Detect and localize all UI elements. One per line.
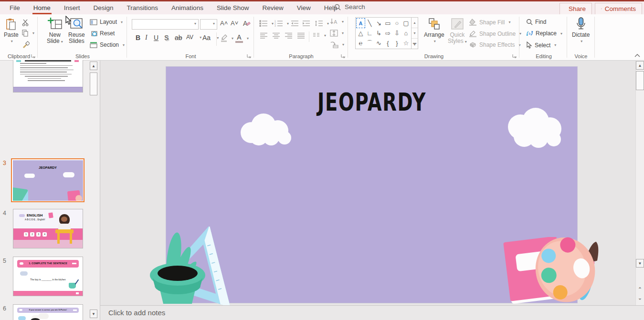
convert-to-smartart-button[interactable] — [330, 41, 344, 48]
thumbnail-slide-6[interactable]: If your answer is correct, you win 10 Po… — [13, 304, 83, 320]
tab-transitions[interactable]: Transitions — [120, 1, 165, 14]
tab-home[interactable]: Home — [27, 1, 57, 14]
strikethrough-button[interactable]: ab — [172, 33, 185, 42]
tab-animations[interactable]: Animations — [165, 1, 210, 14]
thumbnail-slide-2[interactable] — [13, 60, 83, 93]
shape-fill-button[interactable]: Shape Fill — [469, 19, 510, 26]
increase-indent-button[interactable] — [302, 20, 310, 27]
thumbnail-slide-4[interactable]: ENGLISH A-B-C-D-E... English! 1 2 3 4 — [13, 209, 83, 248]
shape-scribble[interactable]: ℮ — [356, 38, 365, 48]
quick-styles-button[interactable]: Quick Styles — [448, 18, 467, 45]
arrange-button[interactable]: Arrange — [424, 18, 444, 44]
paragraph-dialog-launcher-icon[interactable] — [340, 53, 345, 58]
text-direction-button[interactable]: A — [330, 18, 344, 25]
bullets-button[interactable] — [259, 20, 274, 27]
align-center-button[interactable] — [273, 32, 280, 39]
replace-button[interactable]: b Replace — [526, 30, 562, 37]
shape-textbox[interactable]: A — [356, 18, 365, 28]
main-scrollbar-thumb[interactable] — [636, 71, 644, 90]
shape-right-brace[interactable]: } — [392, 38, 401, 48]
font-name-combo[interactable] — [132, 19, 199, 30]
thumbnail-scrollbar-thumb[interactable] — [90, 72, 97, 95]
align-text-button[interactable] — [330, 30, 344, 37]
gallery-scroll-down-button[interactable]: ▼ — [412, 28, 418, 39]
copy-button[interactable] — [22, 30, 34, 37]
shape-outline-button[interactable]: Shape Outline — [469, 30, 521, 37]
cloud-right[interactable] — [504, 107, 564, 151]
shape-elbow-arrow-connector[interactable]: ↳ — [374, 28, 383, 38]
character-spacing-button[interactable]: AV — [184, 33, 201, 41]
next-slide-button[interactable]: ⏷ — [636, 295, 644, 304]
shape-left-brace[interactable]: { — [383, 38, 392, 48]
main-scroll-up-button[interactable]: ▲ — [636, 61, 644, 70]
gallery-scroll-up-button[interactable]: ▲ — [412, 18, 418, 28]
section-button[interactable]: Section — [90, 41, 125, 48]
bold-button[interactable]: B — [133, 33, 143, 42]
tab-slideshow[interactable]: Slide Show — [210, 1, 256, 14]
shape-star[interactable]: ☆ — [401, 38, 411, 48]
font-size-combo[interactable] — [200, 19, 217, 30]
gallery-more-button[interactable]: ▬▼ — [412, 39, 418, 49]
shape-curve[interactable]: ∿ — [374, 38, 383, 48]
italic-button[interactable]: I — [143, 33, 150, 42]
cloud-left[interactable] — [238, 113, 294, 146]
clear-formatting-button[interactable]: A — [243, 20, 251, 27]
shape-elbow-connector[interactable]: ∟ — [365, 28, 374, 38]
align-right-button[interactable] — [285, 32, 293, 39]
increase-font-size-button[interactable]: A˄ — [220, 20, 228, 27]
main-scroll-down-button[interactable]: ▼ — [636, 259, 644, 268]
font-dialog-launcher-icon[interactable] — [246, 53, 251, 58]
dictate-button[interactable]: Dictate — [572, 17, 590, 44]
select-button[interactable]: Select — [526, 41, 556, 49]
decrease-indent-button[interactable] — [291, 20, 299, 27]
font-color-button[interactable]: A — [235, 33, 249, 43]
collapse-ribbon-icon[interactable] — [634, 53, 640, 57]
shape-arc[interactable]: ⌒ — [365, 38, 374, 48]
previous-slide-button[interactable]: ⏶ — [636, 284, 644, 292]
slide-title-textbox[interactable]: JEOPARDY — [317, 88, 426, 116]
new-slide-button[interactable]: New Slide — [47, 17, 63, 45]
underline-button[interactable]: U — [151, 33, 161, 42]
decrease-font-size-button[interactable]: A˅ — [231, 20, 238, 27]
shape-snip-rectangle[interactable]: ⌂ — [401, 28, 411, 38]
columns-button[interactable] — [313, 32, 326, 39]
find-button[interactable]: Find — [526, 19, 546, 25]
reset-button[interactable]: Reset — [90, 30, 115, 37]
shape-rounded-rectangle[interactable]: ▢ — [401, 18, 411, 28]
thumbnail-scroll-down-button[interactable]: ▼ — [90, 310, 97, 318]
search-box[interactable]: Search — [334, 3, 365, 10]
thumbnail-slide-5[interactable]: 1. COMPLETE THE SENTENCE The boy is ____… — [13, 257, 83, 296]
thumbnail-scroll-up-button[interactable]: ▲ — [90, 62, 97, 70]
tab-design[interactable]: Design — [87, 1, 120, 14]
tab-insert[interactable]: Insert — [57, 1, 87, 14]
drawing-dialog-launcher-icon[interactable] — [512, 53, 517, 58]
text-shadow-button[interactable]: S — [162, 33, 171, 42]
shape-line[interactable]: ╲ — [365, 18, 374, 28]
shape-right-arrow[interactable]: ⇨ — [383, 28, 392, 38]
shape-rectangle[interactable]: ▭ — [383, 18, 392, 28]
justify-button[interactable] — [297, 32, 305, 39]
format-painter-button[interactable] — [22, 41, 30, 48]
shape-down-arrow[interactable]: ⇩ — [392, 28, 401, 38]
tab-view[interactable]: View — [290, 1, 317, 14]
shape-arrow[interactable]: ↘ — [374, 18, 383, 28]
shape-effects-button[interactable]: Shape Effects — [469, 41, 521, 48]
tab-review[interactable]: Review — [255, 1, 290, 14]
notes-pane[interactable]: Click to add notes — [100, 305, 644, 320]
tab-file[interactable]: File — [3, 1, 27, 14]
share-button[interactable]: Share — [560, 3, 592, 15]
layout-button[interactable]: Layout — [90, 19, 123, 25]
plant-pot-illustration[interactable] — [144, 227, 211, 305]
cut-button[interactable] — [22, 19, 29, 26]
line-spacing-button[interactable] — [315, 20, 329, 27]
highlight-color-button[interactable] — [220, 33, 233, 43]
thumbnail-slide-3-selected[interactable]: JEOPARDY — [11, 158, 84, 202]
shape-triangle[interactable]: △ — [356, 28, 365, 38]
shape-oval[interactable]: ○ — [392, 18, 401, 28]
clipboard-dialog-launcher-icon[interactable] — [31, 53, 35, 58]
comments-button[interactable]: Comments — [595, 3, 642, 15]
paste-button[interactable]: Paste — [4, 18, 19, 44]
align-left-button[interactable] — [260, 32, 268, 39]
numbering-button[interactable]: 123 — [274, 20, 289, 27]
paint-palette-illustration[interactable] — [534, 231, 601, 305]
